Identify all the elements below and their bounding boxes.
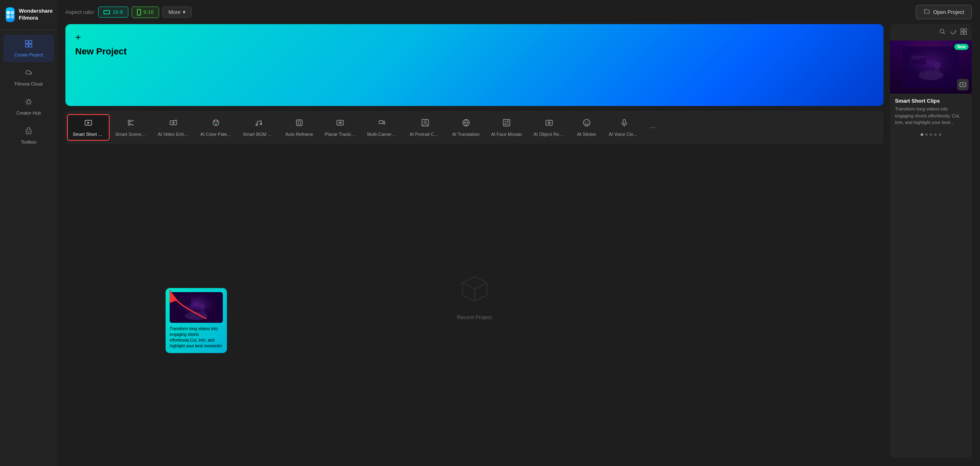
svg-point-8 [27,100,30,104]
smart-scene-cut-icon [126,118,135,129]
carousel-dot-4[interactable] [934,133,937,136]
tool-ai-translation-label: AI Translation [452,132,480,137]
svg-point-17 [214,121,215,122]
svg-rect-6 [25,44,28,47]
multi-camera-icon [378,118,387,129]
carousel-dots [890,131,972,138]
tools-more-btn[interactable]: ··· [646,120,660,135]
tool-ai-color-palette[interactable]: AI Color Palette [195,114,237,141]
empty-box-icon [458,270,491,309]
carousel-dot-5[interactable] [939,133,941,136]
new-badge: New [954,44,969,50]
open-project-btn[interactable]: Open Project [916,5,972,19]
svg-rect-42 [623,119,626,124]
svg-rect-56 [935,68,940,76]
new-project-banner[interactable]: + New Project [65,24,884,106]
tool-ai-translation[interactable]: AI Translation [446,114,485,141]
tool-ai-sticker-label: AI Sticker [577,132,596,137]
sidebar-item-toolbox[interactable]: Toolbox [3,122,54,149]
ai-color-palette-icon [211,118,220,129]
sidebar-item-creator-hub[interactable]: Creator Hub [3,93,54,120]
tooltip-image [170,292,223,323]
more-btn[interactable]: More ▾ [162,7,192,18]
sidebar-nav: Create Project Filmora Cloud Creator Hub [0,30,57,466]
smart-short-clips-icon [84,118,93,129]
sidebar: Wondershare Filmora Create Project Fi [0,0,57,466]
tool-multi-camera-label: Multi-Camera ... [367,132,398,137]
tool-ai-face-mosaic[interactable]: AI Face Mosaic [485,114,528,141]
tool-auto-reframe[interactable]: Auto Reframe [280,114,319,141]
planar-tracking-icon [336,118,345,129]
svg-point-55 [934,62,940,68]
toolbox-label: Toolbox [21,140,36,144]
creator-hub-icon [25,98,33,108]
svg-rect-7 [29,44,32,47]
svg-point-29 [424,121,426,123]
svg-rect-33 [505,121,506,122]
tool-multi-camera[interactable]: Multi-Camera ... [361,114,404,141]
tool-smart-bgm-gen[interactable]: Smart BGM Ge... [237,114,280,141]
svg-point-21 [260,123,262,125]
featured-card[interactable]: New [890,41,972,138]
tool-ai-object-rem-label: AI Object Rem... [534,132,565,137]
right-panel: New [890,24,972,458]
svg-rect-47 [961,29,963,31]
carousel-dot-3[interactable] [930,133,932,136]
svg-rect-1 [11,11,14,14]
svg-rect-35 [505,123,506,125]
svg-rect-72 [177,300,184,301]
main-content: Aspect ratio: 16:9 9:16 More ▾ Open Proj… [57,0,980,466]
tool-ai-portrait-cut[interactable]: AI Portrait Cut... [404,114,446,141]
svg-point-20 [256,124,258,126]
tools-row: Smart Short Cli... Smart Scene Cut [65,111,884,144]
creator-hub-label: Creator Hub [16,110,41,115]
ai-video-enhance-icon [169,118,178,129]
ai-sticker-icon [582,118,591,129]
svg-rect-52 [902,47,960,88]
ai-voice-cloning-icon [620,118,629,129]
refresh-icon[interactable] [950,28,956,36]
svg-rect-70 [176,297,191,306]
card-smart-clips-icon [957,79,969,90]
filmora-cloud-label: Filmora Cloud [15,81,43,86]
tool-auto-reframe-label: Auto Reframe [285,132,313,137]
svg-rect-73 [177,302,186,303]
recent-project-label: Recent Project [457,314,492,320]
tool-ai-object-rem[interactable]: AI Object Rem... [528,114,570,141]
logo-text: Wondershare Filmora [19,8,53,22]
aspect-916-icon [137,9,141,16]
tool-ai-video-enhance[interactable]: AI Video Enhan... [152,114,195,141]
svg-rect-54 [923,69,924,77]
search-icon[interactable] [939,28,946,36]
svg-line-14 [130,124,134,125]
ai-face-mosaic-icon [502,118,511,129]
sidebar-item-create-project[interactable]: Create Project [3,35,54,62]
new-project-plus: + [75,32,127,42]
aspect-label: Aspect ratio: [65,9,95,15]
chevron-down-icon: ▾ [183,9,186,15]
card-title: Smart Short Clips [890,94,972,106]
tool-smart-short-clips[interactable]: Smart Short Cli... [67,114,110,141]
svg-rect-50 [964,32,967,34]
carousel-dot-1[interactable] [921,133,923,136]
topbar: Aspect ratio: 16:9 9:16 More ▾ Open Proj… [57,0,980,24]
auto-reframe-icon [295,118,304,129]
new-project-title: New Project [75,46,127,57]
aspect-916-btn[interactable]: 9:16 [132,7,159,18]
tool-ai-sticker[interactable]: AI Sticker [570,114,603,141]
aspect-169-btn[interactable]: 16:9 [98,7,128,18]
tool-smart-bgm-gen-label: Smart BGM Ge... [243,132,274,137]
sidebar-item-filmora-cloud[interactable]: Filmora Cloud [3,64,54,91]
grid-view-icon[interactable] [960,28,967,36]
smart-bgm-gen-icon [254,118,263,129]
carousel-dot-2[interactable] [925,133,928,136]
tool-planar-tracking[interactable]: Planar Tracking [319,114,361,141]
tool-ai-voice-cloning[interactable]: AI Voice Cloning [603,114,646,141]
svg-rect-0 [7,11,10,14]
svg-point-11 [128,120,130,122]
aspect-ratio-group: Aspect ratio: 16:9 9:16 More ▾ [65,7,192,18]
tool-smart-scene-cut[interactable]: Smart Scene Cut [110,114,152,141]
tool-ai-voice-cloning-label: AI Voice Cloning [609,132,640,137]
svg-rect-4 [25,41,28,43]
svg-rect-2 [7,15,10,18]
